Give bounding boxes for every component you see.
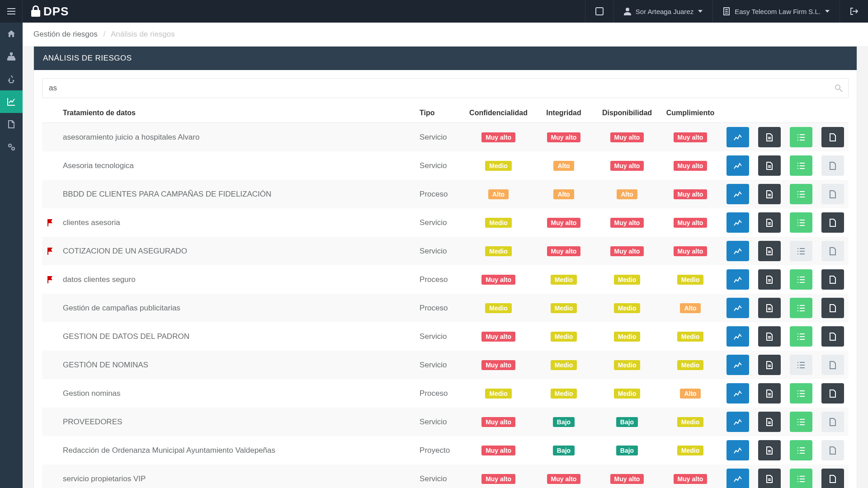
action-chart-button[interactable] [726, 355, 749, 375]
action-report-button[interactable] [758, 355, 781, 375]
action-list-button[interactable] [790, 212, 812, 233]
row-name[interactable]: Redacción de Ordenanza Municipal Ayuntam… [58, 436, 415, 465]
search-button[interactable] [829, 78, 849, 98]
action-doc-button[interactable] [821, 383, 844, 404]
action-chart-button[interactable] [726, 155, 749, 176]
action-doc-button[interactable] [821, 212, 844, 233]
nav-company-menu[interactable]: Easy Telecom Law Firm S.L. [712, 0, 840, 23]
risk-badge: Medio [551, 303, 577, 313]
action-list-button[interactable] [790, 383, 812, 404]
action-report-button[interactable] [758, 469, 781, 488]
hamburger-icon [7, 8, 15, 14]
action-chart-button[interactable] [726, 184, 749, 204]
action-report-button[interactable] [758, 412, 781, 432]
risk-badge: Muy alto [610, 161, 644, 171]
row-name[interactable]: servicio propietarios VIP [58, 465, 415, 488]
action-chart-button[interactable] [726, 326, 749, 347]
app-logo[interactable]: DPS [23, 5, 77, 19]
row-name[interactable]: datos clientes seguro [58, 265, 415, 294]
action-list-button[interactable] [790, 241, 812, 261]
risk-badge: Bajo [616, 417, 638, 427]
row-type: Servicio [415, 237, 465, 265]
action-doc-button[interactable] [821, 184, 844, 204]
row-name[interactable]: GESTIÓN DE NOMINAS [58, 351, 415, 379]
action-list-button[interactable] [790, 298, 812, 318]
nav-user-menu[interactable]: Sor Arteaga Juarez [613, 0, 712, 23]
action-list-button[interactable] [790, 355, 812, 375]
action-report-button[interactable] [758, 241, 781, 261]
action-doc-button[interactable] [821, 155, 844, 176]
action-list-button[interactable] [790, 469, 812, 488]
svg-point-4 [835, 85, 840, 89]
action-report-button[interactable] [758, 155, 781, 176]
action-chart-button[interactable] [726, 269, 749, 290]
action-list-button[interactable] [790, 412, 812, 432]
row-name[interactable]: BBDD DE CLIENTES PARA CAMPAÑAS DE FIDELI… [58, 180, 415, 208]
row-name[interactable]: PROVEEDORES [58, 408, 415, 436]
nav-hamburger[interactable] [0, 0, 23, 23]
action-report-button[interactable] [758, 184, 781, 204]
action-report-button[interactable] [758, 298, 781, 318]
nav-logout[interactable] [840, 0, 868, 23]
action-list-button[interactable] [790, 326, 812, 347]
action-report-button[interactable] [758, 212, 781, 233]
action-chart-button[interactable] [726, 469, 749, 488]
sidebar-item-analytics[interactable] [0, 90, 23, 113]
risk-badge: Medio [551, 389, 577, 399]
risk-badge: Bajo [553, 446, 575, 455]
action-report-button[interactable] [758, 383, 781, 404]
risk-badge: Alto [617, 189, 637, 199]
sidebar-item-docs[interactable] [0, 113, 23, 136]
action-list-button[interactable] [790, 269, 812, 290]
action-doc-button[interactable] [821, 469, 844, 488]
row-name[interactable]: GESTION DE DATOS DEL PADRON [58, 322, 415, 351]
row-type: Servicio [415, 465, 465, 488]
action-list-button[interactable] [790, 127, 812, 147]
row-name[interactable]: clientes asesoria [58, 208, 415, 237]
search-input[interactable] [42, 78, 849, 98]
risk-badge: Medio [551, 332, 577, 342]
row-name[interactable]: Gestión de campañas publicitarias [58, 294, 415, 322]
action-chart-button[interactable] [726, 241, 749, 261]
row-name[interactable]: asesoramiento juicio a hospitales Alvaro [58, 123, 415, 152]
row-name[interactable]: COTIZACION DE UN ASEGURADO [58, 237, 415, 265]
action-list-button[interactable] [790, 184, 812, 204]
sidebar-item-home[interactable] [0, 23, 23, 45]
action-chart-button[interactable] [726, 383, 749, 404]
action-doc-button[interactable] [821, 412, 844, 432]
action-doc-button[interactable] [821, 269, 844, 290]
sidebar-item-recycle[interactable] [0, 68, 23, 90]
row-type: Proyecto [415, 436, 465, 465]
row-name[interactable]: Gestion nominas [58, 379, 415, 408]
nav-app-switch[interactable] [585, 0, 613, 23]
sidebar-item-org[interactable] [0, 45, 23, 68]
action-report-button[interactable] [758, 127, 781, 147]
action-report-button[interactable] [758, 440, 781, 460]
action-chart-button[interactable] [726, 412, 749, 432]
action-report-button[interactable] [758, 326, 781, 347]
action-chart-button[interactable] [726, 212, 749, 233]
risk-badge: Bajo [616, 446, 638, 455]
action-doc-button[interactable] [821, 241, 844, 261]
table-row: PROVEEDORESServicioMuy altoBajoBajoMedio [42, 408, 849, 436]
action-list-button[interactable] [790, 155, 812, 176]
svg-point-3 [12, 147, 14, 150]
action-doc-button[interactable] [821, 326, 844, 347]
col-type: Tipo [415, 103, 465, 123]
action-chart-button[interactable] [726, 298, 749, 318]
action-doc-button[interactable] [821, 355, 844, 375]
sidebar-item-settings[interactable] [0, 136, 23, 158]
action-doc-button[interactable] [821, 440, 844, 460]
action-report-button[interactable] [758, 269, 781, 290]
breadcrumb-root[interactable]: Gestión de riesgos [33, 30, 98, 38]
risk-badge: Alto [553, 189, 574, 199]
search-icon [835, 84, 843, 92]
action-list-button[interactable] [790, 440, 812, 460]
row-name[interactable]: Asesoria tecnologica [58, 151, 415, 180]
action-chart-button[interactable] [726, 440, 749, 460]
risk-badge: Muy alto [674, 161, 708, 171]
action-chart-button[interactable] [726, 127, 749, 147]
action-doc-button[interactable] [821, 298, 844, 318]
action-doc-button[interactable] [821, 127, 844, 147]
risk-badge: Muy alto [610, 218, 644, 228]
